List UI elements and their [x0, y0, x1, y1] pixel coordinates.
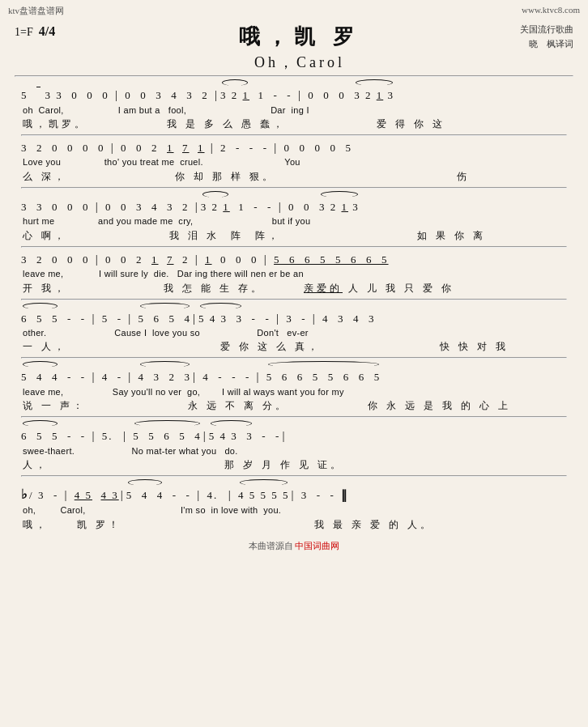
system-3-en: hurt me and you made me cry, but if you [21, 215, 567, 227]
top-divider [15, 75, 573, 77]
system-6-cn: 说 一 声： 永 远 不 离 分。 你 永 远 是 我 的 心 上 [21, 398, 567, 413]
system-1-notes: 5 3 3 0 0 0 | 0 0 3 4 3 2 | 3 2 1 1 - - … [21, 79, 567, 104]
system-7-cn: 人， 那 岁 月 作 见 证。 [21, 457, 567, 472]
title-english: Oh，Carol [79, 53, 520, 72]
watermark-left: ktv盘谱盘谱网 [8, 5, 64, 17]
footer: 本曲谱源自 中国词曲网 [15, 540, 573, 557]
system-1: 5 3 3 0 0 0 | 0 0 3 4 3 2 | 3 2 1 1 - - … [21, 79, 567, 131]
system-1-en: oh Carol, I am but a fool, Dar ing I [21, 104, 567, 117]
divider-2 [21, 187, 567, 189]
divider-3 [21, 246, 567, 248]
system-5-notes: 6 5 5 - - | 5 - | 5 6 5 4 | 5 4 3 3 - - [21, 303, 567, 328]
system-4-notes: 3 2 0 0 0 | 0 0 2 1 7 2 | 1 0 0 0 | 5 6 … [21, 250, 567, 269]
system-4-cn: 开 我， 我 怎 能 生 存。 亲爱的 人 儿 我 只 爱 你 [21, 281, 567, 295]
system-3-cn: 心 啊， 我 泪 水 阵 阵， 如 果 你 离 [21, 228, 567, 243]
system-5-cn: 一 人， 爱 你 这 么 真， 快 快 对 我 [21, 339, 567, 354]
system-6-notes: 5 4 4 - - | 4 - | 4 3 2 3 | 4 - - - | [21, 361, 567, 386]
system-2-en: Love you tho' you treat me cruel. You [21, 156, 567, 168]
divider-4 [21, 299, 567, 300]
system-8: ♭ / 3 - | 4 5 4 3 | 5 4 4 - - | 4. | [21, 479, 567, 531]
title-block: 哦，凯 罗 Oh，Carol [79, 23, 520, 72]
system-5-en: other. Cause I love you so Don't ev-er [21, 327, 567, 339]
system-6-en: leave me, Say you'll no ver go, I will a… [21, 386, 567, 398]
divider-7 [21, 475, 567, 477]
system-8-en: oh, Carol, I'm so in love with you. [21, 504, 567, 517]
system-7-notes: 6 5 5 - - | 5. | 5 5 6 5 4 | 5 4 3 3 - [21, 420, 567, 445]
divider-6 [21, 416, 567, 418]
system-8-cn: 哦， 凯 罗！ 我 最 亲 爱 的 人。 [21, 517, 567, 532]
key-signature: 1=F 4/4 [15, 23, 79, 39]
system-1-cn: 哦，凯罗。 我 是 多 么 愚 蠢， 爱 得 你 这 [21, 117, 567, 131]
attribution: 关国流行歌曲 晓 枫译词 [520, 23, 573, 51]
system-8-notes: ♭ / 3 - | 4 5 4 3 | 5 4 4 - - | 4. | [21, 479, 567, 504]
system-7-en: swee-thaert. No mat-ter what you do. [21, 445, 567, 457]
system-2-cn: 么 深， 你 却 那 样 狠。 伤 [21, 169, 567, 184]
system-3: 3 3 0 0 0 | 0 0 3 4 3 2 | 3 2 1 1 - - | … [21, 191, 567, 243]
watermark-right: www.ktvc8.com [522, 5, 580, 15]
score-content: 5 3 3 0 0 0 | 0 0 3 4 3 2 | 3 2 1 1 - - … [15, 79, 573, 532]
system-5: 6 5 5 - - | 5 - | 5 6 5 4 | 5 4 3 3 - - [21, 303, 567, 355]
page: ktv盘谱盘谱网 www.ktvc8.com 1=F 4/4 哦，凯 罗 Oh，… [0, 0, 588, 727]
system-4: 3 2 0 0 0 | 0 0 2 1 7 2 | 1 0 0 0 | 5 6 … [21, 250, 567, 295]
divider-5 [21, 357, 567, 359]
divider-1 [21, 134, 567, 136]
system-6: 5 4 4 - - | 4 - | 4 3 2 3 | 4 - - - | [21, 361, 567, 413]
system-4-en: leave me, I will sure ly die. Dar ing th… [21, 268, 567, 280]
system-2: 3 2 0 0 0 0 | 0 0 2 1 7 1 | 2 - - - | 0 … [21, 138, 567, 184]
system-7: 6 5 5 - - | 5. | 5 5 6 5 4 | 5 4 3 3 - [21, 420, 567, 472]
title-chinese: 哦，凯 罗 [79, 23, 520, 51]
system-2-notes: 3 2 0 0 0 0 | 0 0 2 1 7 1 | 2 - - - | 0 … [21, 138, 567, 157]
system-3-notes: 3 3 0 0 0 | 0 0 3 4 3 2 | 3 2 1 1 - - | … [21, 191, 567, 216]
